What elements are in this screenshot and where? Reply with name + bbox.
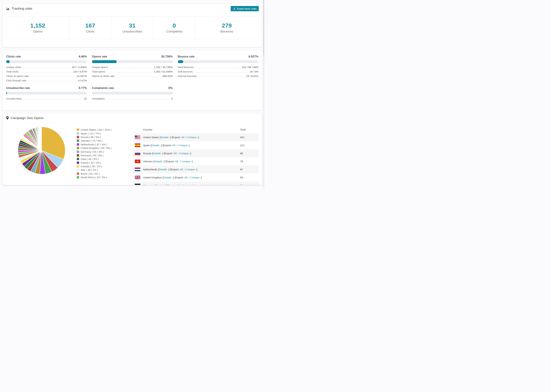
export-unique-link[interactable]: Unique › [186,168,197,171]
dotted-leader [195,68,241,68]
bracket: ] [ [173,176,175,179]
rate-detail-row-clicks-to-opens-rate: Clicks to opens rate14.497% [6,75,87,77]
map-pin-icon [6,116,9,120]
legend-label: Romania ( 49 / 3% ) [81,154,103,157]
legend-item-france: France ( 42 / 2% ) [77,161,111,165]
rate-block-unsubscribe-rate: Unsubscribe rate0.77%Unsubscribes31 [6,86,87,100]
stats-summary-row: 1,152Opens167Clicks31Unsubscribes0Compla… [6,16,258,39]
flag-us-icon [135,135,140,139]
country-name: United Kingdom [143,176,163,179]
export-unique-link[interactable]: Unique › [180,152,191,155]
column-header-country: Country [133,128,152,131]
export-unique-link[interactable]: Unique › [183,184,193,185]
rate-detail-label: Click through rate [6,79,26,82]
rate-detail-label: Complaints [92,97,105,100]
export-button-label: Export basic stats [237,7,256,10]
geo-section-title: Campaign Geo Opens [11,116,44,120]
export-unique-link[interactable]: Unique › [182,160,192,163]
legend-label: United Kingdom ( 59 / 3% ) [81,147,111,149]
rate-detail-value: 14.497% [77,75,87,77]
export-all-link[interactable]: All › [181,136,186,139]
rate-progress-track [6,92,87,95]
details-link[interactable]: Details › [163,176,173,179]
rate-detail-row-total-opens: Total opens2,303 / 61.446% [92,70,172,73]
export-unique-link[interactable]: Unique › [179,144,189,147]
rate-head-unsubscribe-rate: Unsubscribe rate0.77% [6,86,87,90]
flag-vn-icon [135,160,140,163]
details-link[interactable]: Details › [161,136,170,139]
legend-swatch-south-africa [77,176,79,178]
export-basic-stats-button[interactable]: Export basic stats [231,6,259,11]
geo-legend: United States ( 541 / 31% )Spain ( 121 /… [77,128,111,179]
legend-label: Spain ( 121 / 7% ) [81,132,101,135]
rate-progress-fill [6,92,7,95]
details-link[interactable]: Details › [155,184,165,185]
legend-item-romania: Romania ( 49 / 3% ) [77,154,111,157]
rate-value-label: 0.77% [78,86,87,90]
rate-head-complaints-rate: Complaints rate0% [92,86,172,90]
legend-label: Italy ( 36 / 2% ) [81,168,98,171]
rate-detail-row-click-through-rate: Click through rate4.147% [6,79,87,82]
export-all-link[interactable]: All › [175,160,180,163]
geo-table-header-row: Country Total [133,126,259,133]
rate-detail-value: 0 [171,97,172,100]
rate-progress-track [92,60,172,63]
table-row-vietnam: Vietnam [Details ›] [Export: All › / Uni… [133,157,259,165]
legend-item-india: India ( 46 / 3% ) [77,157,111,161]
table-row-united-kingdom: United Kingdom [Details ›] [Export: All … [133,173,259,182]
dotted-leader [109,68,153,68]
country-cell: Vietnam [Details ›] [Export: All › / Uni… [143,160,193,163]
rate-detail-row-internal-bounces: Internal bounces19 / 6.81% [178,75,258,77]
country-total: 541 [240,136,245,139]
rate-detail-value: 4.147% [78,79,87,82]
rate-value-label: 30.736% [161,55,173,58]
campaign-geo-header: Campaign Geo Opens [3,113,262,123]
rate-detail-value: 689.82% [162,75,172,77]
bracket: ] [ [165,184,167,185]
export-unique-link[interactable]: Unique › [188,136,198,139]
scrollbar-thumb[interactable] [263,0,264,56]
geo-opens-pie-chart[interactable] [17,126,67,175]
rate-detail-label: Hard bounces [178,66,194,69]
stat-unsubscribes: 31Unsubscribes [111,17,153,39]
details-link[interactable]: Details › [159,168,169,171]
legend-item-italy: Italy ( 36 / 2% ) [77,168,111,172]
legend-label: Russia ( 86 / 5% ) [81,136,101,139]
stat-complaints: 0Complaints [153,17,195,39]
rate-detail-value: 19 / 6.81% [246,75,258,77]
details-link[interactable]: Details › [153,152,162,155]
rate-name-label: Opens rate [92,55,107,58]
legend-label: France ( 42 / 2% ) [81,161,101,164]
country-name: Netherlands [143,168,158,171]
export-all-link[interactable]: All › [177,184,181,185]
rate-detail-row-opens-to-clicks-rate: Opens to clicks rate689.82% [92,75,172,77]
country-name: United States [143,136,160,139]
page-scrollbar[interactable] [263,0,264,188]
dotted-leader [198,77,245,77]
rate-detail-value: 242 / 86.738% [242,66,258,69]
stat-value-complaints: 0 [173,22,176,29]
export-all-link[interactable]: All › [184,176,189,179]
bracket: ] [ [162,152,165,155]
export-all-link[interactable]: All › [172,144,177,147]
country-name: Russia [143,152,152,155]
rate-detail-row-unsubscribes: Unsubscribes31 [6,97,87,100]
export-all-link[interactable]: All › [174,152,178,155]
rate-head-opens-rate: Opens rate30.736% [92,55,172,58]
bar-chart-icon [6,7,10,10]
export-all-link[interactable]: All › [180,168,184,171]
flag-es-icon [135,143,140,147]
bracket: ] [191,152,191,155]
export-unique-link[interactable]: Unique › [191,176,201,179]
details-link[interactable]: Details › [151,144,161,147]
details-link[interactable]: Details › [154,160,164,163]
bracket: ] [197,168,197,171]
bracket: ] [192,160,193,163]
slash: / [180,160,182,163]
rate-value-label: 0% [168,86,173,90]
table-row-russia: Russia [Details ›] [Export: All › / Uniq… [133,149,259,157]
slash: / [189,176,191,179]
campaign-geo-opens-card: Campaign Geo Opens United States ( 541 /… [3,113,262,185]
table-row-united-states: United States [Details ›] [Export: All ›… [133,133,259,141]
stat-label-bounces: Bounces [221,30,233,33]
